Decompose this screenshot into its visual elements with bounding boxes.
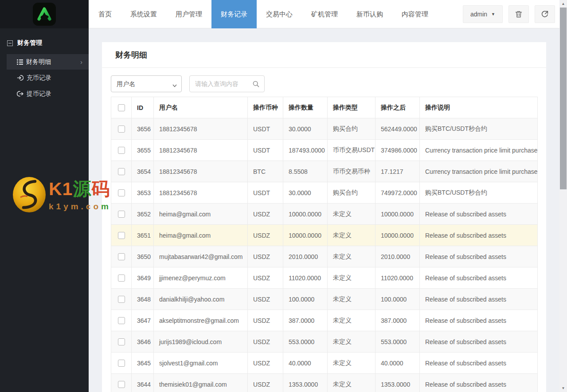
select-all-checkbox[interactable]: [118, 104, 125, 111]
sidebar-item-withdraw-records[interactable]: 提币记录: [0, 86, 89, 102]
cell-type: 币币交易币种: [328, 161, 375, 182]
cell-amount: 30.0000: [283, 182, 328, 204]
row-checkbox[interactable]: [118, 232, 125, 239]
deposit-icon: [17, 74, 23, 81]
table-row: 3655 18812345678 USDT 187493.0000 币币交易US…: [111, 140, 538, 161]
table-row: 3656 18812345678 USDT 30.0000 购买合约 56244…: [111, 118, 538, 140]
row-checkbox[interactable]: [118, 189, 125, 196]
logo-area: [0, 0, 89, 28]
sidebar-item-label: 财务明细: [26, 58, 51, 66]
row-checkbox[interactable]: [118, 125, 125, 133]
trash-button[interactable]: [508, 5, 529, 23]
scrollbar-thumb[interactable]: [560, 8, 567, 189]
cell-id: 3645: [132, 353, 154, 374]
row-checkbox[interactable]: [118, 338, 125, 345]
nav-item-user-management[interactable]: 用户管理: [166, 0, 211, 28]
search-input[interactable]: [195, 80, 252, 87]
row-checkbox[interactable]: [118, 274, 125, 282]
table-row: 3650 mujtabasarwari42@gmail.com USDZ 201…: [111, 246, 538, 267]
cell-after: 374986.0000: [375, 140, 420, 161]
cell-after: 553.0000: [375, 331, 420, 353]
cell-coin: USDT: [248, 182, 283, 204]
filter-bar: 用户名: [102, 68, 546, 97]
nav-item-system-settings[interactable]: 系统设置: [121, 0, 166, 28]
cell-amount: 100.0000: [283, 289, 328, 310]
cell-coin: USDZ: [248, 374, 283, 392]
cell-id: 3655: [132, 140, 154, 161]
cell-type: 未定义: [328, 246, 375, 267]
sidebar-item-finance-detail[interactable]: 财务明细 ›: [7, 54, 89, 70]
nav-item-new-coin-subscription[interactable]: 新币认购: [347, 0, 392, 28]
table-row: 3647 akselptitmonstre@gmail.com USDZ 387…: [111, 310, 538, 331]
user-menu-button[interactable]: admin ▼: [463, 5, 503, 23]
cell-note: Release of subscribed assets: [420, 353, 538, 374]
cell-amount: 387.0000: [283, 310, 328, 331]
cell-username: heima@gmail.com: [154, 225, 248, 246]
cell-amount: 30.0000: [283, 118, 328, 140]
cell-id: 3654: [132, 161, 154, 182]
top-nav: 首页 系统设置 用户管理 财务记录 交易中心 矿机管理 新币认购 内容管理: [89, 0, 438, 28]
cell-coin: USDT: [248, 118, 283, 140]
export-button[interactable]: [535, 5, 555, 23]
nav-item-trade-center[interactable]: 交易中心: [257, 0, 302, 28]
row-checkbox[interactable]: [118, 211, 125, 218]
cell-type: 未定义: [328, 267, 375, 289]
cell-username: heima@gmail.com: [154, 204, 248, 225]
cell-type: 未定义: [328, 310, 375, 331]
nav-item-finance-records[interactable]: 财务记录: [211, 0, 257, 28]
user-menu-label: admin: [470, 11, 487, 18]
collapse-minus-icon[interactable]: [7, 40, 13, 46]
cell-note: Currency transaction price limit purchas…: [420, 161, 538, 182]
filter-field-select[interactable]: 用户名: [111, 75, 182, 92]
cell-type: 币币交易USDT: [328, 140, 375, 161]
cell-username: 18812345678: [154, 182, 248, 204]
cell-coin: USDZ: [248, 246, 283, 267]
sidebar-item-deposit-records[interactable]: 充币记录: [0, 70, 89, 86]
row-checkbox[interactable]: [118, 253, 125, 260]
row-checkbox[interactable]: [118, 381, 125, 388]
row-checkbox[interactable]: [118, 360, 125, 367]
cell-coin: USDZ: [248, 225, 283, 246]
nav-item-home[interactable]: 首页: [89, 0, 121, 28]
scrollbar-down-button[interactable]: ▼: [559, 384, 567, 392]
cell-id: 3649: [132, 267, 154, 289]
cell-amount: 1353.0000: [283, 374, 328, 392]
table-body: 3656 18812345678 USDT 30.0000 购买合约 56244…: [111, 118, 538, 392]
scrollbar-track[interactable]: ▲ ▼: [559, 0, 567, 392]
cell-type: 未定义: [328, 331, 375, 353]
finance-detail-card: 财务明细 用户名: [102, 42, 546, 392]
row-checkbox[interactable]: [118, 168, 125, 175]
content-area: 财务明细 用户名: [89, 28, 559, 392]
cell-coin: USDZ: [248, 353, 283, 374]
scrollbar-up-button[interactable]: ▲: [559, 0, 567, 8]
filter-field-select-wrap: 用户名: [111, 75, 182, 92]
cell-after: 1353.0000: [375, 374, 420, 392]
cell-type: 未定义: [328, 204, 375, 225]
cell-type: 未定义: [328, 374, 375, 392]
cell-username: jjimenez@perymuz.com: [154, 267, 248, 289]
nav-item-mining-management[interactable]: 矿机管理: [302, 0, 347, 28]
cell-note: Release of subscribed assets: [420, 331, 538, 353]
row-checkbox[interactable]: [118, 296, 125, 303]
trash-icon: [515, 10, 523, 18]
nav-item-content-management[interactable]: 内容管理: [392, 0, 438, 28]
cell-amount: 2010.0000: [283, 246, 328, 267]
finance-table: ID 用户名 操作币种 操作数量 操作类型 操作之后 操作说明 3656 188…: [111, 97, 538, 392]
row-checkbox[interactable]: [118, 317, 125, 324]
cell-coin: USDZ: [248, 267, 283, 289]
cell-id: 3646: [132, 331, 154, 353]
table-row: 3648 danialkhilji@yahoo.com USDZ 100.000…: [111, 289, 538, 310]
topbar: 首页 系统设置 用户管理 财务记录 交易中心 矿机管理 新币认购 内容管理 ad…: [89, 0, 559, 28]
col-header-id: ID: [132, 97, 154, 118]
cell-note: Currency transaction price limit purchas…: [420, 140, 538, 161]
app-logo-icon[interactable]: [33, 3, 56, 26]
row-checkbox[interactable]: [118, 147, 125, 154]
cell-coin: USDT: [248, 140, 283, 161]
cell-username: 18812345678: [154, 118, 248, 140]
cell-username: akselptitmonstre@gmail.com: [154, 310, 248, 331]
sidebar-section-finance-management[interactable]: 财务管理: [0, 28, 89, 54]
cell-note: Release of subscribed assets: [420, 289, 538, 310]
chevron-right-icon: ›: [80, 59, 82, 65]
magnifier-icon[interactable]: [252, 80, 260, 88]
col-header-note: 操作说明: [420, 97, 538, 118]
